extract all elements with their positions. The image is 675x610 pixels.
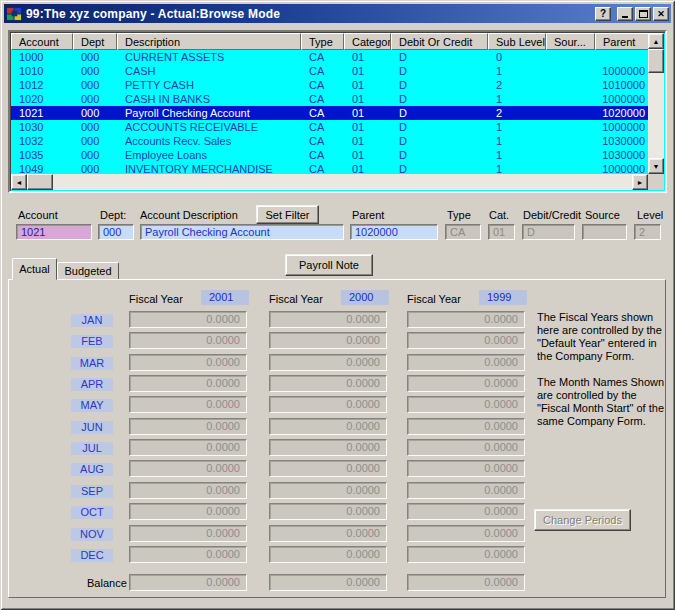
month-value-field: 0.0000 <box>269 418 387 435</box>
cell-debit-or-credit: D <box>391 78 488 92</box>
month-value-field: 0.0000 <box>407 439 525 456</box>
account-label: Account <box>18 209 58 221</box>
month-label: SEP <box>71 485 113 498</box>
column-header-sub-level[interactable]: Sub Level <box>488 33 546 50</box>
cell-sub-level: 1 <box>488 134 546 148</box>
month-label: DEC <box>71 549 113 562</box>
column-header-description[interactable]: Description <box>117 33 301 50</box>
column-header-type[interactable]: Type <box>301 33 344 50</box>
vertical-scroll-thumb[interactable] <box>648 49 664 73</box>
month-label: JUN <box>71 421 113 434</box>
fiscal-info-paragraph-1: The Fiscal Years shown here are controll… <box>537 311 667 363</box>
fiscal-info-text: The Fiscal Years shown here are controll… <box>537 311 667 428</box>
horizontal-scroll-thumb[interactable] <box>27 174 53 190</box>
fiscal-year-label: Fiscal Year <box>407 293 461 305</box>
cell-debit-or-credit: D <box>391 106 488 120</box>
table-row[interactable]: 1030000ACCOUNTS RECEIVABLECA01D11000000 <box>11 120 648 134</box>
scroll-down-icon[interactable]: ▼ <box>648 158 664 174</box>
month-label: OCT <box>71 506 113 519</box>
cell-description: Payroll Checking Account <box>117 106 301 120</box>
type-field: CA <box>445 224 481 240</box>
horizontal-scrollbar[interactable]: ◄ ► <box>11 174 648 190</box>
column-header-source[interactable]: Sour... <box>546 33 595 50</box>
table-row[interactable]: 1035000Employee LoansCA01D11030000 <box>11 148 648 162</box>
month-label: MAR <box>71 357 113 370</box>
cell-parent: 1000000 <box>595 92 650 106</box>
payroll-note-button[interactable]: Payroll Note <box>285 254 373 276</box>
table-row[interactable]: 1000000CURRENT ASSETSCA01D0 <box>11 50 648 64</box>
month-value-field: 0.0000 <box>129 439 247 456</box>
month-label: NOV <box>71 528 113 541</box>
cell-parent: 1000000 <box>595 120 650 134</box>
dept-label: Dept: <box>100 209 126 221</box>
scroll-right-icon[interactable]: ► <box>632 174 648 190</box>
close-button[interactable]: ✕ <box>653 7 669 21</box>
cell-description: Employee Loans <box>117 148 301 162</box>
table-row[interactable]: 1010000CASHCA01D11000000 <box>11 64 648 78</box>
maximize-button[interactable] <box>635 7 651 21</box>
month-value-field: 0.0000 <box>407 396 525 413</box>
month-value-field: 0.0000 <box>129 354 247 371</box>
set-filter-button[interactable]: Set Filter <box>256 205 319 224</box>
cell-sub-level: 0 <box>488 50 546 64</box>
cell-category: 01 <box>344 50 391 64</box>
column-header-category[interactable]: Category <box>344 33 391 50</box>
cell-description: CASH <box>117 64 301 78</box>
parent-field[interactable]: 1020000 <box>350 224 438 240</box>
month-value-field: 0.0000 <box>129 525 247 542</box>
vertical-scrollbar[interactable]: ▲ ▼ <box>648 33 664 174</box>
fiscal-year-value: 2000 <box>341 290 389 305</box>
cell-type: CA <box>301 92 344 106</box>
month-value-field: 0.0000 <box>129 332 247 349</box>
minimize-button[interactable] <box>617 7 633 21</box>
cell-account: 1020 <box>11 92 73 106</box>
month-value-field: 0.0000 <box>129 311 247 328</box>
column-header-parent[interactable]: Parent <box>595 33 650 50</box>
table-row-selected[interactable]: 1021000Payroll Checking AccountCA01D2102… <box>11 106 648 120</box>
cell-dept: 000 <box>73 92 117 106</box>
scroll-up-icon[interactable]: ▲ <box>648 33 664 49</box>
month-value-field: 0.0000 <box>269 439 387 456</box>
title-bar[interactable]: 99:The xyz company - Actual:Browse Mode … <box>4 4 671 23</box>
cell-description: ACCOUNTS RECEIVABLE <box>117 120 301 134</box>
cell-sub-level: 2 <box>488 78 546 92</box>
balance-value-field: 0.0000 <box>129 574 247 591</box>
cell-category: 01 <box>344 148 391 162</box>
account-description-label: Account Description <box>140 209 238 221</box>
account-field[interactable]: 1021 <box>16 224 92 240</box>
table-row[interactable]: 1020000CASH IN BANKSCA01D11000000 <box>11 92 648 106</box>
fiscal-info-paragraph-2: The Month Names Shown are controlled by … <box>537 376 667 428</box>
dept-field[interactable]: 000 <box>98 224 134 240</box>
month-row: AUG 0.0000 0.0000 0.0000 <box>9 460 665 478</box>
month-value-field: 0.0000 <box>129 460 247 477</box>
month-label: APR <box>71 378 113 391</box>
minimize-icon <box>622 16 628 18</box>
cell-category: 01 <box>344 92 391 106</box>
source-label: Source <box>585 209 620 221</box>
account-description-field[interactable]: Payroll Checking Account <box>140 224 344 240</box>
cell-source <box>546 50 595 64</box>
month-value-field: 0.0000 <box>269 396 387 413</box>
month-value-field: 0.0000 <box>269 332 387 349</box>
month-value-field: 0.0000 <box>129 503 247 520</box>
cell-debit-or-credit: D <box>391 148 488 162</box>
month-value-field: 0.0000 <box>407 525 525 542</box>
column-header-account[interactable]: Account <box>11 33 73 50</box>
change-periods-button[interactable]: Change Periods <box>534 509 631 531</box>
fiscal-year-label: Fiscal Year <box>129 293 183 305</box>
scroll-left-icon[interactable]: ◄ <box>11 174 27 190</box>
fiscal-year-value: 2001 <box>201 290 249 305</box>
balance-row: Balance 0.0000 0.0000 0.0000 <box>9 574 665 592</box>
month-value-field: 0.0000 <box>407 375 525 392</box>
tab-actual[interactable]: Actual <box>12 258 57 280</box>
type-label: Type <box>447 209 471 221</box>
grid-header-row: Account Dept Description Type Category D… <box>11 33 648 50</box>
cell-sub-level: 1 <box>488 92 546 106</box>
table-row[interactable]: 1012000PETTY CASHCA01D21010000 <box>11 78 648 92</box>
table-row[interactable]: 1032000Accounts Recv. SalesCA01D11030000 <box>11 134 648 148</box>
month-label: AUG <box>71 463 113 476</box>
tab-budgeted[interactable]: Budgeted <box>57 262 119 280</box>
column-header-dept[interactable]: Dept <box>73 33 117 50</box>
help-button[interactable]: ? <box>595 7 611 21</box>
column-header-debit-or-credit[interactable]: Debit Or Credit <box>391 33 488 50</box>
